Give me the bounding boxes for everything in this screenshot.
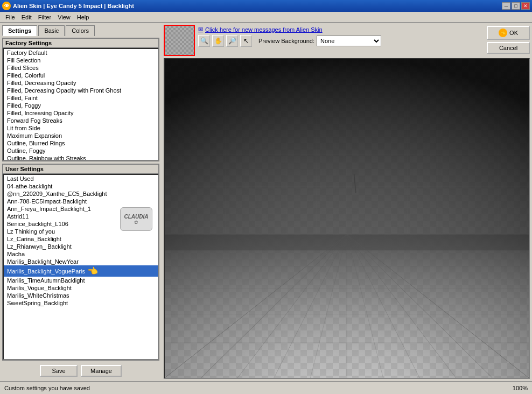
background-label: Preview Background:: [258, 38, 314, 44]
list-item[interactable]: Filled, Increasing Opacity: [4, 109, 158, 117]
list-item[interactable]: @nn_220209_Xanthe_EC5_Backlight: [4, 190, 158, 198]
minimize-button[interactable]: ─: [502, 2, 510, 10]
envelope-icon: ✉: [198, 26, 203, 33]
main-container: Settings Basic Colors Factory Settings F…: [0, 23, 532, 381]
list-item[interactable]: Ann-708-EC5Impact-Backlight: [4, 198, 158, 205]
list-item[interactable]: Filled Slices: [4, 64, 158, 72]
top-controls: ✉ Click here for new messages from Alien…: [164, 25, 530, 56]
user-settings-list[interactable]: Last Used 04-athe-backlight @nn_220209_X…: [3, 174, 159, 360]
list-item[interactable]: Factory Default: [4, 49, 158, 57]
list-item[interactable]: Maximum Expansion: [4, 132, 158, 139]
list-item[interactable]: 04-athe-backlight: [4, 182, 158, 190]
background-select[interactable]: None White Black: [317, 36, 381, 46]
list-item-selected[interactable]: Marilis_Backlight_VogueParis 👈: [4, 265, 158, 277]
list-item[interactable]: Filled, Decreasing Opacity: [4, 79, 158, 87]
svg-rect-39: [165, 59, 529, 378]
list-item[interactable]: Forward Fog Streaks: [4, 117, 158, 124]
list-item[interactable]: Marilis_Backlight_NewYear: [4, 258, 158, 265]
title-controls: ─ □ ✕: [502, 2, 530, 10]
tab-settings[interactable]: Settings: [2, 25, 37, 36]
list-item[interactable]: Outline, Rainbow with Streaks: [4, 154, 158, 161]
menu-bar: File Edit Filter View Help: [0, 12, 532, 23]
menu-edit[interactable]: Edit: [18, 13, 35, 22]
watermark: CLAUDIA ✿: [120, 207, 152, 231]
controls-column: ✉ Click here for new messages from Alien…: [198, 25, 484, 47]
tool-row: 🔍 ✋ 🔎 ↖ Preview Background: None White B…: [198, 35, 484, 47]
zoom-level: 100%: [513, 385, 528, 391]
menu-filter[interactable]: Filter: [35, 13, 54, 22]
message-link[interactable]: Click here for new messages from Alien S…: [205, 26, 323, 33]
close-button[interactable]: ✕: [521, 2, 530, 10]
message-bar[interactable]: ✉ Click here for new messages from Alien…: [198, 26, 484, 33]
list-item[interactable]: Lz_Rhianwyn_ Backlight: [4, 243, 158, 250]
factory-settings-header: Factory Settings: [3, 38, 159, 48]
maximize-button[interactable]: □: [512, 2, 520, 10]
menu-help[interactable]: Help: [74, 13, 93, 22]
ok-icon: 👈: [499, 29, 507, 37]
right-panel: ✉ Click here for new messages from Alien…: [162, 23, 532, 381]
user-settings-header: User Settings: [3, 164, 159, 174]
user-settings-section: User Settings Last Used 04-athe-backligh…: [2, 164, 159, 361]
settings-buttons: Save Manage: [2, 363, 159, 379]
tab-basic[interactable]: Basic: [38, 25, 65, 36]
preview-thumbnail: [164, 25, 195, 56]
list-item[interactable]: Lz_Carina_Backlight: [4, 235, 158, 243]
list-item[interactable]: Outline, Foggy: [4, 147, 158, 154]
zoom-out-tool[interactable]: 🔍: [198, 35, 210, 47]
list-item[interactable]: Filled, Faint: [4, 94, 158, 102]
tabs: Settings Basic Colors: [2, 25, 159, 36]
list-item[interactable]: Filled, Decreasing Opacity with Front Gh…: [4, 87, 158, 94]
list-item[interactable]: Filled, Foggy: [4, 102, 158, 109]
status-bar: Custom settings you have saved 100%: [0, 381, 532, 394]
list-item[interactable]: Fill Selection: [4, 57, 158, 64]
title-bar: 👁 Alien Skin | Eye Candy 5 Impact | Back…: [0, 0, 532, 12]
list-item[interactable]: Marilis_Vogue_Backlight: [4, 284, 158, 292]
save-button[interactable]: Save: [40, 365, 78, 377]
menu-view[interactable]: View: [54, 13, 74, 22]
zoom-in-tool[interactable]: 🔎: [226, 35, 238, 47]
menu-file[interactable]: File: [2, 13, 18, 22]
app-icon: 👁: [2, 2, 11, 10]
list-item[interactable]: Lit from Side: [4, 124, 158, 132]
cancel-button[interactable]: Cancel: [487, 42, 530, 54]
arrow-tool[interactable]: ↖: [240, 35, 252, 47]
manage-button[interactable]: Manage: [81, 365, 122, 377]
list-item[interactable]: Filled, Colorful: [4, 72, 158, 79]
list-item[interactable]: Macha: [4, 250, 158, 258]
status-text: Custom settings you have saved: [4, 385, 90, 391]
left-panel: Settings Basic Colors Factory Settings F…: [0, 23, 162, 381]
list-item[interactable]: Last Used: [4, 175, 158, 182]
preview-canvas[interactable]: [164, 58, 530, 379]
title-bar-left: 👁 Alien Skin | Eye Candy 5 Impact | Back…: [2, 2, 134, 10]
window-title: Alien Skin | Eye Candy 5 Impact | Backli…: [13, 3, 134, 9]
list-item[interactable]: Marilis_TimeAutumnBacklight: [4, 277, 158, 284]
ok-button[interactable]: 👈 OK: [487, 26, 530, 40]
list-item[interactable]: Outline, Blurred Rings: [4, 139, 158, 147]
factory-settings-list[interactable]: Factory Default Fill Selection Filled Sl…: [3, 48, 159, 161]
tab-colors[interactable]: Colors: [66, 25, 95, 36]
hand-icon: 👈: [87, 266, 98, 276]
selected-item-label: Marilis_Backlight_VogueParis: [7, 268, 85, 275]
list-item[interactable]: Marilis_WhiteChristmas: [4, 292, 158, 299]
pan-tool[interactable]: ✋: [212, 35, 224, 47]
factory-settings-section: Factory Settings Factory Default Fill Se…: [2, 38, 159, 161]
list-item[interactable]: SweetSpring_Backlight: [4, 299, 158, 307]
ok-cancel-area: 👈 OK Cancel: [487, 26, 530, 54]
